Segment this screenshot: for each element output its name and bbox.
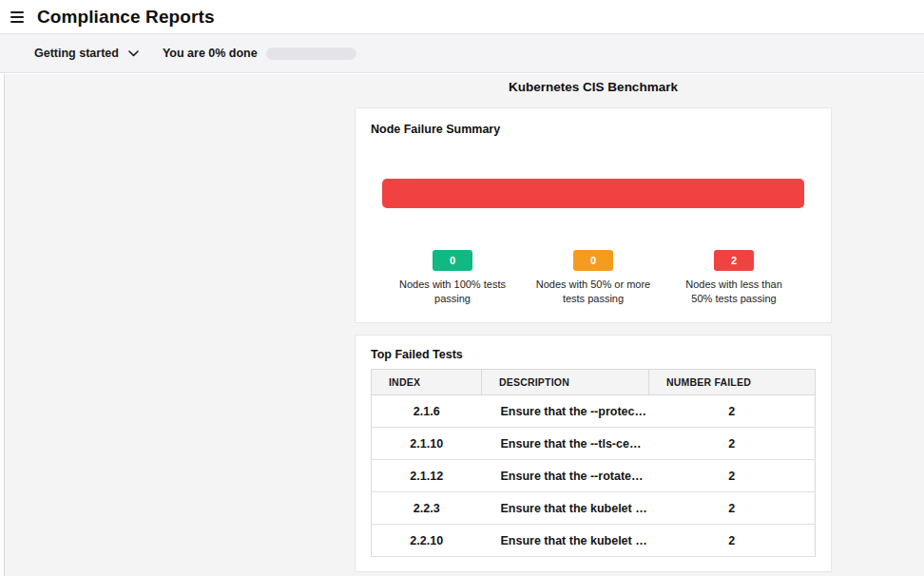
cell-index: 2.2.3 bbox=[372, 492, 482, 525]
cell-number-failed: 2 bbox=[649, 428, 816, 460]
progress-bar bbox=[266, 48, 356, 60]
progress-text: You are 0% done bbox=[163, 47, 258, 60]
cell-index: 2.2.10 bbox=[372, 525, 482, 557]
chevron-down-icon bbox=[128, 50, 139, 57]
column-header-number-failed: NUMBER FAILED bbox=[649, 370, 816, 395]
stat-nodes-100-passing: 0 Nodes with 100% tests passing bbox=[382, 250, 523, 305]
cell-index: 2.1.12 bbox=[372, 460, 482, 492]
hamburger-menu-icon[interactable] bbox=[8, 7, 29, 28]
stat-label: Nodes with 50% or more tests passing bbox=[534, 278, 652, 305]
cell-description: Ensure that the kubelet … bbox=[482, 525, 649, 557]
stat-badge-orange: 0 bbox=[573, 250, 613, 271]
node-failure-summary-card: Node Failure Summary 0 Nodes with 100% t… bbox=[355, 107, 832, 323]
table-row[interactable]: 2.1.6 Ensure that the --protec… 2 bbox=[372, 395, 816, 428]
top-failed-tests-table: INDEX DESCRIPTION NUMBER FAILED 2.1.6 En… bbox=[371, 369, 816, 557]
top-failed-tests-card: Top Failed Tests INDEX DESCRIPTION NUMBE… bbox=[355, 335, 832, 572]
cell-description: Ensure that the --rotate… bbox=[482, 460, 649, 492]
stat-badge-red: 2 bbox=[714, 250, 754, 271]
stat-nodes-50-or-more-passing: 0 Nodes with 50% or more tests passing bbox=[523, 250, 664, 305]
cell-index: 2.1.10 bbox=[372, 428, 482, 460]
node-failure-bar-chart bbox=[371, 179, 816, 208]
stat-badge-green: 0 bbox=[433, 250, 472, 271]
table-row[interactable]: 2.2.3 Ensure that the kubelet … 2 bbox=[372, 492, 816, 525]
top-header: Compliance Reports bbox=[0, 0, 924, 33]
table-header: INDEX DESCRIPTION NUMBER FAILED bbox=[372, 370, 816, 395]
cell-number-failed: 2 bbox=[649, 460, 816, 492]
failure-bar bbox=[382, 179, 804, 208]
main-content: Kubernetes CIS Benchmark Node Failure Su… bbox=[0, 74, 924, 576]
column-header-description: DESCRIPTION bbox=[482, 370, 649, 395]
column-header-index: INDEX bbox=[372, 370, 482, 395]
getting-started-label: Getting started bbox=[34, 47, 119, 60]
top-failed-tests-title: Top Failed Tests bbox=[371, 348, 816, 361]
node-failure-summary-title: Node Failure Summary bbox=[371, 123, 816, 136]
cell-description: Ensure that the --tls-ce… bbox=[482, 428, 649, 460]
getting-started-bar: Getting started You are 0% done bbox=[0, 33, 924, 73]
report-title: Kubernetes CIS Benchmark bbox=[355, 80, 832, 94]
page-title: Compliance Reports bbox=[37, 7, 215, 28]
table-row[interactable]: 2.2.10 Ensure that the kubelet … 2 bbox=[372, 525, 816, 557]
cell-number-failed: 2 bbox=[649, 525, 816, 557]
getting-started-dropdown[interactable]: Getting started bbox=[34, 47, 139, 60]
table-row[interactable]: 2.1.12 Ensure that the --rotate… 2 bbox=[372, 460, 816, 492]
bar-segment-failing bbox=[382, 179, 804, 208]
report-container: Kubernetes CIS Benchmark Node Failure Su… bbox=[355, 80, 832, 572]
cell-description: Ensure that the kubelet … bbox=[482, 492, 649, 525]
cell-description: Ensure that the --protec… bbox=[482, 395, 649, 428]
table-row[interactable]: 2.1.10 Ensure that the --tls-ce… 2 bbox=[372, 428, 816, 460]
stat-label: Nodes with less than 50% tests passing bbox=[675, 278, 793, 305]
node-stats-row: 0 Nodes with 100% tests passing 0 Nodes … bbox=[371, 250, 816, 305]
stat-label: Nodes with 100% tests passing bbox=[394, 278, 511, 305]
cell-number-failed: 2 bbox=[649, 395, 816, 428]
cell-index: 2.1.6 bbox=[372, 395, 482, 428]
collapsed-sidebar-edge bbox=[0, 74, 5, 576]
cell-number-failed: 2 bbox=[649, 492, 816, 525]
stat-nodes-less-than-50-passing: 2 Nodes with less than 50% tests passing bbox=[664, 250, 804, 305]
